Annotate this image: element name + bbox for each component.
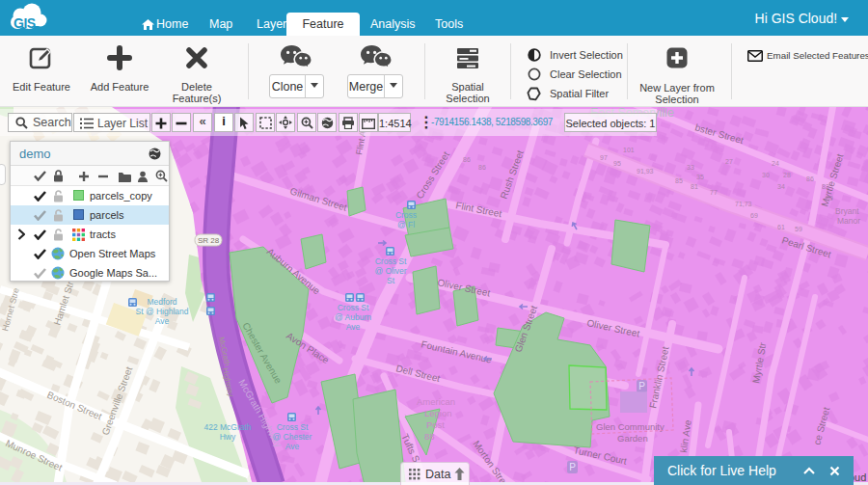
svg-text:Bryant: Bryant	[835, 206, 859, 216]
svg-text:86: 86	[478, 164, 486, 171]
svg-text:88: 88	[424, 431, 435, 442]
svg-text:Glen Community: Glen Community	[596, 421, 665, 432]
svg-text:24: 24	[772, 160, 779, 167]
svg-text:SR 28: SR 28	[198, 236, 220, 245]
svg-text:St: St	[387, 276, 395, 285]
svg-text:28: 28	[783, 172, 791, 178]
svg-text:Hwy: Hwy	[220, 432, 236, 442]
svg-text:34: 34	[777, 183, 785, 190]
svg-text:59: 59	[795, 226, 802, 232]
svg-text:P: P	[569, 462, 576, 472]
svg-text:Cross St: Cross St	[375, 256, 407, 266]
svg-text:80: 80	[826, 195, 833, 202]
svg-text:Legion: Legion	[424, 408, 452, 418]
svg-text:35: 35	[696, 174, 704, 180]
svg-text:P: P	[638, 381, 645, 391]
svg-text:95: 95	[613, 160, 621, 167]
svg-text:Cross: Cross	[395, 210, 417, 220]
svg-text:Garden: Garden	[617, 433, 648, 444]
svg-text:Post: Post	[426, 419, 445, 430]
svg-text:@ Chester: @ Chester	[273, 432, 312, 442]
svg-text:101: 101	[623, 147, 635, 153]
svg-text:@ Fl: @ Fl	[397, 220, 415, 229]
svg-text:82: 82	[822, 183, 829, 190]
svg-text:@ Oliver: @ Oliver	[374, 266, 406, 276]
svg-text:Ave: Ave	[346, 322, 361, 332]
svg-text:97: 97	[600, 154, 608, 161]
svg-text:Cross St: Cross St	[338, 303, 369, 312]
svg-text:Cross St: Cross St	[277, 422, 309, 432]
svg-text:St @ Highland: St @ Highland	[136, 307, 189, 316]
svg-text:71,73: 71,73	[735, 201, 752, 207]
svg-text:Ave: Ave	[155, 316, 170, 326]
svg-text:86: 86	[463, 156, 471, 163]
svg-text:30: 30	[762, 172, 770, 178]
svg-text:77: 77	[710, 189, 718, 196]
svg-text:@ Auburn: @ Auburn	[335, 312, 371, 322]
svg-text:Ave: Ave	[285, 442, 300, 451]
svg-text:61: 61	[777, 224, 785, 230]
svg-text:422 McGrath: 422 McGrath	[203, 422, 251, 432]
svg-text:69: 69	[750, 212, 758, 219]
svg-text:33: 33	[687, 164, 694, 171]
svg-text:American: American	[417, 396, 455, 407]
svg-text:86: 86	[806, 175, 814, 182]
svg-text:27: 27	[725, 158, 733, 165]
svg-text:Manor: Manor	[837, 216, 860, 226]
svg-text:85: 85	[675, 177, 683, 184]
svg-text:91,93: 91,93	[637, 168, 654, 175]
svg-text:Medford: Medford	[147, 297, 176, 307]
svg-text:81: 81	[691, 183, 698, 190]
